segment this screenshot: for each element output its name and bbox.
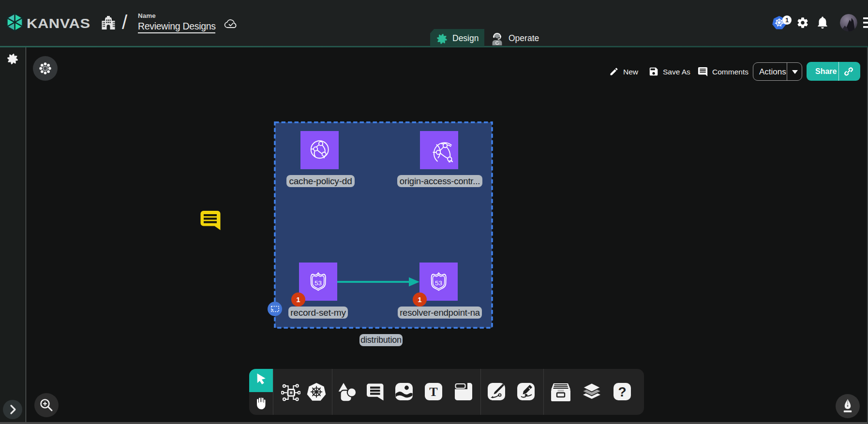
svg-text:T: T <box>429 385 437 399</box>
svg-text:?: ? <box>618 384 626 399</box>
